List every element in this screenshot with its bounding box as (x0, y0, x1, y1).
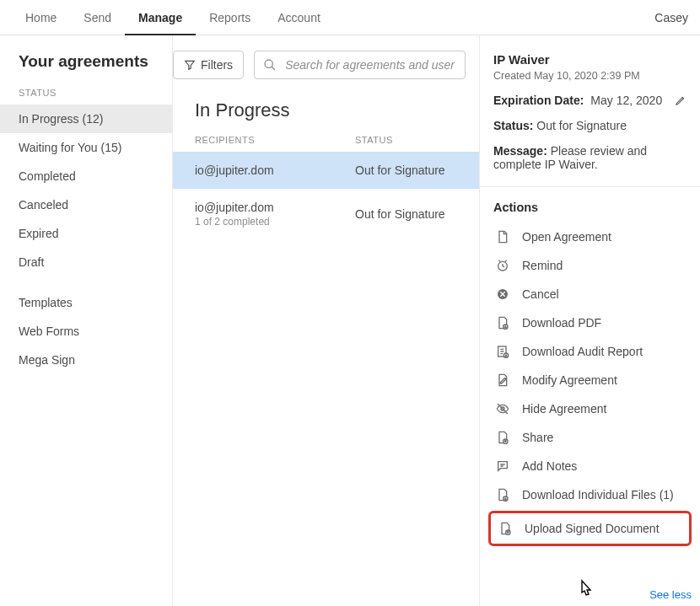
details-panel: IP Waiver Created May 10, 2020 2:39 PM E… (479, 35, 700, 606)
list-headers: RECIPIENTS STATUS (173, 135, 479, 152)
agreement-title: IP Waiver (493, 52, 687, 67)
search-box[interactable] (254, 51, 466, 79)
report-icon (495, 345, 510, 358)
sidebar-item-canceled[interactable]: Canceled (0, 190, 172, 219)
actions-heading: Actions (493, 201, 687, 214)
sidebar-item-mega-sign[interactable]: Mega Sign (0, 346, 172, 374)
sidebar-item-web-forms[interactable]: Web Forms (0, 317, 172, 346)
expiration-label: Expiration Date: (493, 94, 584, 107)
action-label: Open Agreement (522, 230, 611, 244)
agreement-created: Created May 10, 2020 2:39 PM (493, 70, 687, 82)
search-input[interactable] (283, 57, 456, 72)
share-icon (495, 431, 510, 444)
action-label: Hide Agreement (522, 402, 606, 416)
divider (480, 186, 700, 187)
action-hide-agreement[interactable]: Hide Agreement (493, 394, 687, 423)
action-download-individual[interactable]: Download Individual Files (1) (493, 480, 687, 509)
sidebar-item-expired[interactable]: Expired (0, 219, 172, 248)
upload-icon (498, 522, 513, 535)
search-icon (263, 58, 277, 72)
list-title: In Progress (173, 94, 479, 135)
edit-expiration-icon[interactable] (675, 94, 687, 106)
action-open-agreement[interactable]: Open Agreement (493, 223, 687, 251)
action-label: Download Individual Files (1) (522, 488, 674, 501)
note-icon (495, 459, 510, 473)
sidebar-item-completed[interactable]: Completed (0, 162, 172, 190)
filter-icon (184, 59, 196, 71)
nav-home[interactable]: Home (12, 0, 70, 35)
status-value: Out for Signature (536, 119, 627, 132)
action-remind[interactable]: Remind (493, 251, 687, 280)
action-label: Remind (522, 259, 563, 272)
user-name[interactable]: Casey (654, 11, 692, 24)
nav-send[interactable]: Send (70, 0, 125, 35)
action-label: Download Audit Report (522, 345, 643, 358)
agreement-row[interactable]: io@jupiter.dom Out for Signature (173, 152, 479, 189)
clock-icon (495, 259, 510, 272)
nav-reports[interactable]: Reports (196, 0, 264, 35)
status-label: Status: (493, 119, 533, 132)
filters-button[interactable]: Filters (173, 51, 244, 79)
action-add-notes[interactable]: Add Notes (493, 452, 687, 480)
col-status-header: STATUS (355, 135, 466, 145)
center-column: Filters In Progress RECIPIENTS STATUS io… (173, 35, 479, 606)
page-title: Your agreements (0, 47, 172, 83)
top-nav: Home Send Manage Reports Account Casey (0, 0, 700, 35)
action-label: Add Notes (522, 459, 577, 473)
upload-highlight: Upload Signed Document (488, 511, 692, 546)
sidebar-item-waiting-for-you[interactable]: Waiting for You (15) (0, 133, 172, 162)
svg-point-0 (265, 60, 272, 67)
row-status: Out for Signature (355, 164, 445, 177)
filters-label: Filters (201, 58, 233, 72)
expiration-value: May 12, 2020 (590, 94, 662, 107)
edit-icon (495, 373, 510, 387)
action-cancel[interactable]: Cancel (493, 280, 687, 308)
action-upload-signed[interactable]: Upload Signed Document (496, 517, 684, 540)
action-download-audit[interactable]: Download Audit Report (493, 337, 687, 366)
action-label: Share (522, 431, 553, 444)
sidebar-item-draft[interactable]: Draft (0, 248, 172, 276)
action-label: Download PDF (522, 316, 601, 330)
sidebar-item-in-progress[interactable]: In Progress (12) (0, 105, 172, 133)
sidebar-item-templates[interactable]: Templates (0, 288, 172, 317)
nav-account[interactable]: Account (264, 0, 334, 35)
action-label: Cancel (522, 287, 559, 301)
row-recipient: io@jupiter.dom (195, 201, 355, 214)
document-icon (495, 230, 510, 244)
row-sub: 1 of 2 completed (195, 216, 355, 228)
action-label: Upload Signed Document (525, 522, 660, 535)
see-less-link[interactable]: See less (649, 588, 692, 601)
row-recipient: io@jupiter.dom (195, 164, 355, 177)
row-status: Out for Signature (355, 207, 445, 221)
download-files-icon (495, 488, 510, 501)
action-share[interactable]: Share (493, 423, 687, 452)
cancel-icon (495, 287, 510, 301)
sidebar: Your agreements STATUS In Progress (12) … (0, 35, 173, 606)
message-label: Message: (493, 144, 547, 158)
agreement-row[interactable]: io@jupiter.dom 1 of 2 completed Out for … (173, 189, 479, 239)
col-recipients-header: RECIPIENTS (195, 135, 355, 145)
sidebar-status-heading: STATUS (0, 83, 172, 105)
cursor-icon (576, 579, 595, 601)
action-modify-agreement[interactable]: Modify Agreement (493, 366, 687, 394)
download-icon (495, 316, 510, 330)
nav-manage[interactable]: Manage (125, 0, 196, 35)
action-label: Modify Agreement (522, 373, 617, 387)
eye-off-icon (495, 402, 510, 416)
action-download-pdf[interactable]: Download PDF (493, 308, 687, 337)
